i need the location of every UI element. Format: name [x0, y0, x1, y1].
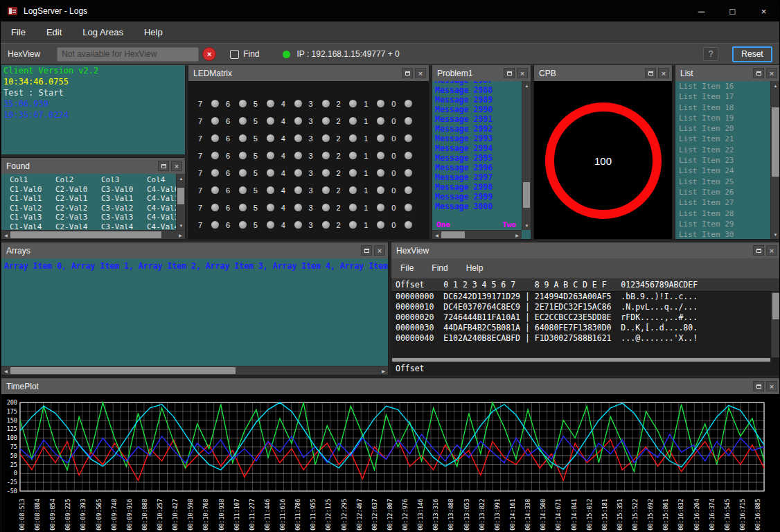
list-item[interactable]: List Item 27 — [675, 197, 770, 208]
problem-message[interactable]: Message 3000 — [432, 202, 522, 211]
scroll-up-icon[interactable]: ▲ — [771, 81, 780, 90]
find-checkbox[interactable] — [230, 50, 239, 59]
menu-item-log-areas[interactable]: Log Areas — [72, 21, 134, 43]
hexview-menu-help[interactable]: Help — [457, 263, 493, 273]
float-panel-button[interactable] — [504, 68, 515, 78]
close-panel-button[interactable]: × — [171, 161, 182, 171]
list-item[interactable]: List Item 28 — [675, 209, 770, 219]
hexview-menu-file[interactable]: File — [391, 263, 423, 273]
found-row[interactable]: C1-Val1C2-Val1C3-Val1C4-Val1 — [10, 194, 176, 204]
hex-vscrollbar[interactable] — [771, 292, 780, 357]
float-panel-button[interactable] — [645, 68, 656, 78]
reset-button[interactable]: Reset — [732, 46, 772, 62]
found-row[interactable]: C1-Val4C2-Val4C3-Val4C4-Val4 — [10, 222, 176, 231]
arrays-hscrollbar[interactable]: ◀ ▶ — [1, 366, 388, 375]
hex-vscroll-thumb[interactable] — [772, 293, 779, 319]
list-vscroll-thumb[interactable] — [772, 107, 779, 177]
list-item[interactable]: List Item 20 — [675, 123, 770, 134]
scroll-right-icon[interactable]: ▶ — [176, 231, 185, 239]
close-panel-button[interactable]: × — [766, 245, 777, 256]
problem-message[interactable]: Message 2996 — [432, 163, 522, 172]
help-button[interactable]: ? — [703, 47, 718, 61]
menu-item-edit[interactable]: Edit — [36, 21, 72, 43]
tab-one[interactable]: One — [436, 220, 450, 229]
close-panel-button[interactable]: × — [658, 68, 669, 78]
problem-message[interactable]: Message 2995 — [432, 153, 522, 163]
close-panel-button[interactable]: × — [415, 68, 426, 78]
float-panel-button[interactable] — [753, 245, 764, 256]
found-hscrollbar[interactable]: ◀ ▶ — [1, 230, 185, 239]
list-item[interactable]: List Item 19 — [675, 113, 770, 123]
problem-message[interactable]: Message 2988 — [432, 85, 522, 95]
close-panel-button[interactable]: × — [766, 381, 777, 391]
hex-splitter-handle[interactable] — [392, 358, 770, 362]
problem-vscroll-thumb[interactable] — [523, 182, 530, 208]
problem-hscrollbar[interactable]: ◀ ▶ — [432, 230, 522, 239]
found-vscrollbar[interactable]: ▲ ▼ — [176, 174, 185, 230]
problem-message[interactable]: Message 2990 — [432, 105, 522, 114]
list-item[interactable]: List Item 30 — [675, 229, 770, 239]
problem-message[interactable]: Message 2989 — [432, 95, 522, 105]
hex-row[interactable]: 000000207246444B11FA10A1|EC2CCBCC23E5DD8… — [391, 312, 780, 323]
hex-splitter[interactable] — [391, 357, 771, 362]
problem-message[interactable]: Message 2993 — [432, 134, 522, 143]
found-row[interactable]: C1-Val2C2-Val2C3-Val2C4-Val2 — [10, 204, 176, 213]
problem-message[interactable]: Message 2994 — [432, 143, 522, 153]
problem-message[interactable]: Message 2991 — [432, 114, 522, 124]
problem-message[interactable]: Message 2999 — [432, 192, 522, 202]
problem-message[interactable]: Message 2998 — [432, 182, 522, 192]
close-button[interactable]: × — [748, 1, 779, 21]
float-panel-button[interactable] — [158, 161, 169, 171]
list-item[interactable]: List Item 22 — [675, 145, 770, 155]
list-vscrollbar[interactable]: ▲ ▼ — [770, 81, 780, 239]
maximize-button[interactable]: □ — [717, 1, 748, 21]
hex-row[interactable]: 00000000DC6242D139171D29|214994D263A00AF… — [391, 292, 780, 302]
list-item[interactable]: List Item 17 — [675, 91, 770, 102]
float-panel-button[interactable] — [402, 68, 413, 78]
scroll-left-icon[interactable]: ◀ — [1, 366, 10, 375]
float-panel-button[interactable] — [753, 381, 764, 391]
arrays-hscroll-thumb[interactable] — [10, 367, 236, 374]
close-panel-button[interactable]: × — [374, 245, 385, 256]
scroll-right-icon[interactable]: ▶ — [513, 231, 522, 239]
list-item[interactable]: List Item 16 — [675, 81, 770, 91]
problem-vscrollbar[interactable]: ▲ ▼ — [522, 81, 531, 230]
scroll-up-icon[interactable]: ▲ — [177, 174, 185, 183]
hex-row[interactable]: 0000003044DAFB4B2C5B081A|64080FE7F13830D… — [391, 323, 780, 333]
list-item[interactable]: List Item 24 — [675, 166, 770, 176]
list-item[interactable]: List Item 29 — [675, 219, 770, 229]
float-panel-button[interactable] — [753, 68, 764, 78]
minimize-button[interactable]: ─ — [686, 1, 717, 21]
scroll-left-icon[interactable]: ◀ — [1, 231, 10, 239]
float-panel-button[interactable] — [361, 245, 372, 256]
problem-message[interactable]: Message 2997 — [432, 172, 522, 182]
list-item[interactable]: List Item 23 — [675, 155, 770, 166]
list-item[interactable]: List Item 18 — [675, 103, 770, 113]
menu-item-file[interactable]: File — [1, 21, 36, 43]
problem-message[interactable]: Message 2992 — [432, 124, 522, 134]
scroll-down-icon[interactable]: ▼ — [522, 221, 531, 230]
found-row[interactable]: C1-Val0C2-Val0C3-Val0C4-Val0 — [10, 185, 176, 195]
find-input[interactable] — [57, 47, 199, 62]
view-selector[interactable]: HexView — [8, 49, 40, 59]
close-panel-button[interactable]: × — [517, 68, 528, 78]
list-item[interactable]: List Item 25 — [675, 177, 770, 187]
menu-item-help[interactable]: Help — [134, 21, 173, 43]
close-panel-button[interactable]: × — [766, 68, 777, 78]
found-vscroll-thumb[interactable] — [177, 188, 184, 204]
scroll-up-icon[interactable]: ▲ — [522, 81, 531, 90]
scroll-right-icon[interactable]: ▶ — [379, 366, 388, 375]
hexview-menu-find[interactable]: Find — [423, 263, 457, 273]
problem-hscroll-thumb[interactable] — [441, 231, 465, 238]
hex-row[interactable]: 00000010DC4E0370764C8EC9|2E71EDC32F15AC8… — [391, 302, 780, 312]
list-item[interactable]: List Item 21 — [675, 134, 770, 144]
scroll-left-icon[interactable]: ◀ — [432, 231, 441, 239]
list-item[interactable]: List Item 26 — [675, 187, 770, 197]
hex-row[interactable]: 00000040E102A240B8ECABFD|F1D30027588B162… — [391, 333, 780, 344]
scroll-down-icon[interactable]: ▼ — [771, 230, 780, 239]
found-hscroll-thumb[interactable] — [10, 231, 161, 238]
scroll-down-icon[interactable]: ▼ — [177, 221, 185, 230]
tab-two[interactable]: Two — [502, 220, 516, 229]
found-row[interactable]: C1-Val3C2-Val3C3-Val3C4-Val3 — [10, 213, 176, 222]
clear-search-button[interactable]: × — [202, 47, 216, 61]
